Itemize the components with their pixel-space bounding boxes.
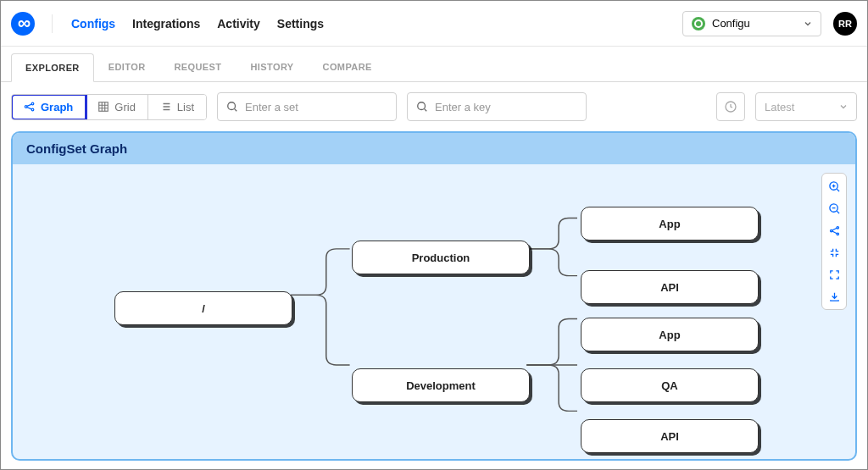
node-dev-app[interactable]: App (581, 318, 759, 351)
shrink-button[interactable] (822, 241, 846, 263)
list-icon (160, 101, 172, 113)
view-graph-button[interactable]: Graph (12, 95, 86, 119)
nav-items: Configs Integrations Activity Settings (71, 17, 324, 30)
nav-activity[interactable]: Activity (217, 17, 260, 30)
chevron-down-icon (839, 102, 848, 111)
key-search-input[interactable] (435, 101, 577, 113)
panel-title: ConfigSet Graph (13, 133, 855, 164)
svg-point-4 (228, 102, 236, 110)
set-search[interactable] (217, 92, 397, 121)
grid-icon (97, 101, 109, 113)
search-icon (226, 101, 238, 113)
download-button[interactable] (822, 285, 846, 307)
svg-point-0 (25, 106, 27, 108)
logo-divider (52, 14, 53, 33)
node-dev-api[interactable]: API (581, 419, 759, 453)
version-select[interactable]: Latest (755, 92, 857, 121)
svg-rect-3 (99, 102, 108, 112)
node-prod-api[interactable]: API (581, 270, 759, 304)
svg-point-5 (418, 102, 426, 110)
view-list-button[interactable]: List (148, 95, 206, 119)
set-search-input[interactable] (245, 101, 387, 113)
chevron-down-icon (804, 19, 812, 28)
subtab-history[interactable]: HISTORY (236, 53, 308, 81)
node-prod-app[interactable]: App (581, 207, 759, 241)
avatar[interactable]: RR (833, 12, 857, 36)
subtab-explorer[interactable]: EXPLORER (11, 53, 94, 82)
zoom-in-button[interactable] (822, 175, 846, 197)
toolbar: Graph Grid List Latest (1, 82, 867, 131)
version-label: Latest (765, 101, 839, 113)
nav-settings[interactable]: Settings (277, 17, 324, 30)
share-icon (828, 224, 841, 237)
view-buttons: Graph Grid List (11, 94, 207, 120)
node-production[interactable]: Production (352, 241, 530, 274)
zoom-in-icon (828, 180, 841, 193)
workspace-name: Configu (712, 17, 797, 30)
zoom-out-button[interactable] (822, 197, 846, 219)
graph-icon (24, 101, 36, 113)
shrink-icon (828, 246, 841, 259)
view-list-label: List (177, 101, 194, 113)
view-graph-label: Graph (41, 101, 73, 113)
search-icon (416, 101, 428, 113)
subtabs: EXPLORER EDITOR REQUEST HISTORY COMPARE (1, 47, 867, 82)
node-development[interactable]: Development (352, 368, 530, 402)
subtab-compare[interactable]: COMPARE (309, 53, 387, 81)
logo[interactable] (11, 12, 35, 36)
svg-point-1 (31, 102, 34, 105)
svg-point-2 (31, 108, 34, 111)
nav-integrations[interactable]: Integrations (132, 17, 200, 30)
zoom-out-icon (828, 202, 841, 215)
view-grid-label: Grid (114, 101, 136, 113)
key-search[interactable] (407, 92, 587, 121)
node-root[interactable]: / (114, 291, 292, 325)
infinity-icon (15, 16, 31, 31)
expand-button[interactable] (822, 263, 846, 285)
subtab-request[interactable]: REQUEST (159, 53, 236, 81)
subtab-editor[interactable]: EDITOR (94, 53, 160, 81)
workspace-icon (692, 17, 705, 30)
history-time-button[interactable] (716, 92, 745, 121)
expand-icon (828, 268, 841, 281)
graph-panel: ConfigSet Graph / Production Development… (11, 131, 857, 461)
share-button[interactable] (822, 219, 846, 241)
nav-configs[interactable]: Configs (71, 17, 115, 30)
workspace-select[interactable]: Configu (682, 11, 821, 36)
graph-tools (821, 173, 847, 310)
download-icon (828, 290, 841, 303)
header: Configs Integrations Activity Settings C… (1, 1, 867, 47)
graph-area[interactable]: / Production Development App API App QA … (13, 164, 855, 456)
clock-icon (724, 100, 737, 113)
view-grid-button[interactable]: Grid (86, 95, 148, 119)
node-dev-qa[interactable]: QA (581, 368, 759, 402)
